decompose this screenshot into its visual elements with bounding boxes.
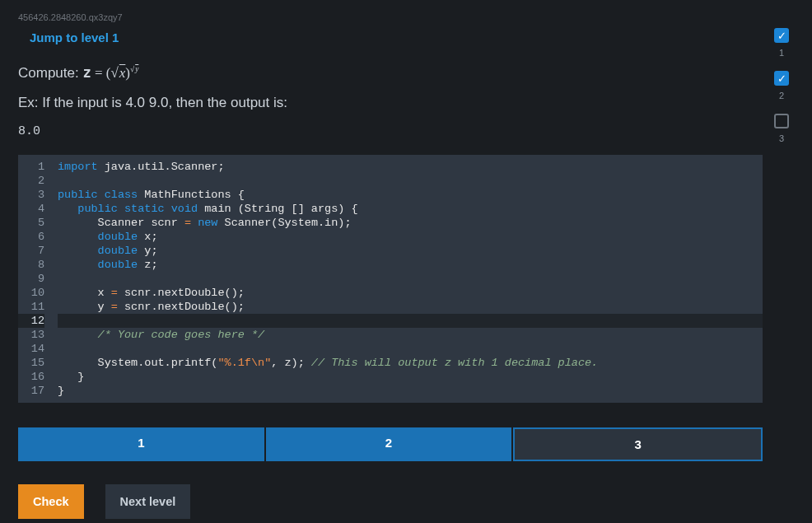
editor-code-area[interactable]: import java.util.Scanner;public class Ma… bbox=[54, 155, 763, 403]
gutter-line-number: 15 bbox=[18, 356, 44, 370]
code-line[interactable] bbox=[58, 272, 763, 286]
prompt-text: Compute: z = (√x)√y bbox=[18, 53, 763, 85]
code-line[interactable]: double x; bbox=[58, 230, 763, 244]
level-tab-3[interactable]: 3 bbox=[513, 427, 763, 461]
progress-label: 2 bbox=[779, 91, 784, 100]
gutter-line-number: 4 bbox=[18, 202, 44, 216]
checkbox-icon[interactable] bbox=[774, 114, 789, 128]
level-tab-2[interactable]: 2 bbox=[266, 427, 512, 461]
gutter-line-number: 13 bbox=[18, 328, 44, 342]
gutter-line-number: 7 bbox=[18, 244, 44, 258]
breadcrumb: 456426.2848260.qx3zqy7 bbox=[0, 0, 812, 27]
code-line[interactable]: import java.util.Scanner; bbox=[58, 160, 763, 174]
progress-column: ✓1✓23 bbox=[774, 28, 789, 153]
math-equals: = bbox=[91, 65, 106, 81]
code-line[interactable]: System.out.printf("%.1f\n", z); // This … bbox=[58, 356, 763, 370]
gutter-line-number: 14 bbox=[18, 342, 44, 356]
checkmark-icon[interactable]: ✓ bbox=[774, 28, 789, 43]
code-line[interactable]: y = scnr.nextDouble(); bbox=[58, 300, 763, 314]
gutter-line-number: 17 bbox=[18, 384, 44, 398]
jump-to-level-link[interactable]: Jump to level 1 bbox=[0, 27, 119, 53]
gutter-line-number: 1 bbox=[18, 160, 44, 174]
example-text: Ex: If the input is 4.0 9.0, then the ou… bbox=[18, 85, 763, 114]
example-output: 8.0 bbox=[18, 114, 763, 152]
code-line[interactable]: /* Your code goes here */ bbox=[58, 328, 763, 342]
level-tab-1[interactable]: 1 bbox=[18, 427, 264, 461]
gutter-line-number: 12 bbox=[18, 314, 44, 328]
code-editor[interactable]: 1234567891011121314151617 import java.ut… bbox=[18, 155, 763, 403]
code-line[interactable]: } bbox=[58, 370, 763, 384]
gutter-line-number: 6 bbox=[18, 230, 44, 244]
math-y: y bbox=[134, 65, 138, 73]
gutter-line-number: 3 bbox=[18, 188, 44, 202]
gutter-line-number: 5 bbox=[18, 216, 44, 230]
level-tabs: 123 bbox=[18, 427, 763, 461]
prompt-prefix: Compute: bbox=[18, 65, 82, 81]
progress-label: 1 bbox=[779, 48, 784, 58]
progress-label: 3 bbox=[779, 133, 784, 143]
math-var-z: z bbox=[82, 64, 91, 81]
gutter-line-number: 8 bbox=[18, 258, 44, 272]
next-level-button[interactable]: Next level bbox=[105, 484, 191, 519]
gutter-line-number: 16 bbox=[18, 370, 44, 384]
prompt-math: z = (√x)√y bbox=[82, 65, 138, 81]
code-line[interactable]: x = scnr.nextDouble(); bbox=[58, 286, 763, 300]
editor-gutter: 1234567891011121314151617 bbox=[18, 155, 51, 403]
code-line[interactable] bbox=[58, 174, 763, 188]
code-line[interactable]: Scanner scnr = new Scanner(System.in); bbox=[58, 216, 763, 230]
gutter-line-number: 11 bbox=[18, 300, 44, 314]
code-line[interactable]: public class MathFunctions { bbox=[58, 188, 763, 202]
code-line[interactable]: double y; bbox=[58, 244, 763, 258]
gutter-line-number: 10 bbox=[18, 286, 44, 300]
progress-item-2[interactable]: ✓2 bbox=[774, 71, 789, 100]
math-exponent: √y bbox=[130, 65, 138, 73]
code-line[interactable]: public static void main (String [] args)… bbox=[58, 202, 763, 216]
gutter-line-number: 2 bbox=[18, 174, 44, 188]
code-line[interactable] bbox=[58, 342, 763, 356]
math-sqrt-base-icon: √ bbox=[110, 65, 118, 81]
code-line[interactable]: } bbox=[58, 384, 763, 398]
progress-item-1[interactable]: ✓1 bbox=[774, 28, 789, 58]
checkmark-icon[interactable]: ✓ bbox=[774, 71, 789, 86]
exercise-content: Compute: z = (√x)√y Ex: If the input is … bbox=[0, 53, 812, 519]
progress-item-3[interactable]: 3 bbox=[774, 114, 789, 143]
gutter-line-number: 9 bbox=[18, 272, 44, 286]
code-line[interactable]: double z; bbox=[58, 258, 763, 272]
code-line[interactable] bbox=[58, 314, 763, 328]
action-buttons: Check Next level bbox=[18, 484, 763, 519]
check-button[interactable]: Check bbox=[18, 484, 84, 519]
